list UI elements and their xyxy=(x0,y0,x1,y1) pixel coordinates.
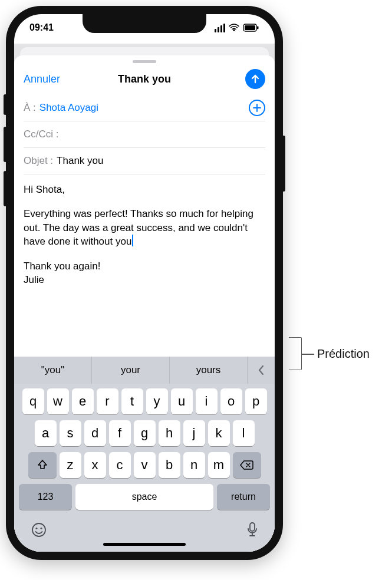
key-d[interactable]: d xyxy=(84,420,106,446)
side-button-power xyxy=(282,136,285,192)
svg-rect-6 xyxy=(250,523,255,531)
key-w[interactable]: w xyxy=(47,388,69,414)
shift-icon xyxy=(37,459,48,471)
key-e[interactable]: e xyxy=(72,388,94,414)
key-h[interactable]: h xyxy=(159,420,180,446)
prediction-2[interactable]: your xyxy=(92,357,170,384)
keyboard-row-2: a s d f g h j k l xyxy=(17,420,272,446)
emoji-button[interactable] xyxy=(31,522,47,538)
recipient-chip[interactable]: Shota Aoyagi xyxy=(39,102,98,114)
body-greeting: Hi Shota, xyxy=(24,183,265,196)
sheet-grabber[interactable] xyxy=(133,60,156,63)
cancel-button[interactable]: Annuler xyxy=(24,73,60,85)
key-n[interactable]: n xyxy=(183,452,205,478)
key-g[interactable]: g xyxy=(134,420,156,446)
status-indicators xyxy=(215,24,259,32)
key-k[interactable]: k xyxy=(208,420,230,446)
numbers-key[interactable]: 123 xyxy=(19,484,72,510)
backspace-key[interactable] xyxy=(233,452,261,478)
shift-key[interactable] xyxy=(28,452,57,478)
cellular-signal-icon xyxy=(215,24,225,32)
key-p[interactable]: p xyxy=(245,388,267,414)
to-label: À : xyxy=(24,102,36,114)
key-s[interactable]: s xyxy=(60,420,81,446)
annotation-callout: Prédiction xyxy=(289,337,370,370)
keyboard: "you" your yours q w e r t xyxy=(14,357,275,552)
key-i[interactable]: i xyxy=(196,388,218,414)
key-m[interactable]: m xyxy=(208,452,230,478)
key-l[interactable]: l xyxy=(233,420,255,446)
return-key[interactable]: return xyxy=(217,484,270,510)
prediction-1[interactable]: "you" xyxy=(14,357,92,384)
home-indicator[interactable] xyxy=(103,543,186,546)
add-contact-button[interactable] xyxy=(249,100,265,116)
svg-rect-1 xyxy=(245,25,255,30)
prediction-bar: "you" your yours xyxy=(14,357,275,384)
key-x[interactable]: x xyxy=(84,452,106,478)
cc-bcc-label: Cc/Cci : xyxy=(24,128,59,140)
phone-frame: 09:41 Annuler xyxy=(6,6,283,560)
subject-label: Objet : xyxy=(24,155,53,167)
subject-field-row[interactable]: Objet : Thank you xyxy=(24,148,265,174)
message-body[interactable]: Hi Shota, Everything was perfect! Thanks… xyxy=(14,174,275,357)
text-cursor xyxy=(132,235,133,246)
keyboard-row-3: z x c v b n m xyxy=(17,452,272,478)
subject-value: Thank you xyxy=(57,155,265,167)
arrow-up-icon xyxy=(250,74,261,84)
key-f[interactable]: f xyxy=(109,420,131,446)
prediction-3[interactable]: yours xyxy=(170,357,248,384)
key-c[interactable]: c xyxy=(109,452,131,478)
bracket-icon xyxy=(289,337,302,370)
keyboard-toolbar xyxy=(14,518,275,538)
side-button-volume-up xyxy=(4,127,7,162)
compose-nav-bar: Annuler Thank you xyxy=(14,65,275,95)
key-r[interactable]: r xyxy=(97,388,118,414)
keyboard-row-1: q w e r t y u i o p xyxy=(17,388,272,414)
plus-icon xyxy=(252,103,262,113)
key-y[interactable]: y xyxy=(146,388,168,414)
key-v[interactable]: v xyxy=(134,452,156,478)
key-z[interactable]: z xyxy=(60,452,81,478)
svg-rect-2 xyxy=(257,27,259,29)
chevron-left-icon xyxy=(257,364,265,376)
notch xyxy=(83,14,206,33)
key-u[interactable]: u xyxy=(171,388,193,414)
cc-bcc-field-row[interactable]: Cc/Cci : xyxy=(24,121,265,148)
side-button-silent xyxy=(4,94,7,115)
dictation-button[interactable] xyxy=(246,522,258,538)
svg-point-4 xyxy=(35,528,37,529)
key-b[interactable]: b xyxy=(159,452,180,478)
side-button-volume-down xyxy=(4,171,7,206)
compose-sheet: Annuler Thank you À : Shota Aoyagi xyxy=(14,55,275,552)
body-thanks: Thank you again! xyxy=(24,259,265,273)
svg-point-3 xyxy=(32,523,45,536)
smiley-icon xyxy=(31,522,47,538)
key-o[interactable]: o xyxy=(220,388,242,414)
status-time: 09:41 xyxy=(29,22,54,33)
prediction-collapse-button[interactable] xyxy=(248,357,275,384)
body-main-paragraph: Everything was perfect! Thanks so much f… xyxy=(24,207,265,248)
compose-title: Thank you xyxy=(118,73,171,85)
key-t[interactable]: t xyxy=(121,388,143,414)
annotation-label: Prédiction xyxy=(317,347,370,361)
send-button[interactable] xyxy=(245,69,265,89)
microphone-icon xyxy=(246,522,258,538)
body-signature: Julie xyxy=(24,273,265,286)
svg-point-5 xyxy=(40,528,42,529)
space-key[interactable]: space xyxy=(75,484,213,510)
to-field-row[interactable]: À : Shota Aoyagi xyxy=(24,95,265,121)
backspace-icon xyxy=(240,460,254,470)
key-q[interactable]: q xyxy=(22,388,44,414)
keyboard-row-4: 123 space return xyxy=(17,484,272,510)
wifi-icon xyxy=(229,24,239,32)
key-a[interactable]: a xyxy=(35,420,57,446)
key-j[interactable]: j xyxy=(183,420,205,446)
battery-icon xyxy=(243,24,259,32)
